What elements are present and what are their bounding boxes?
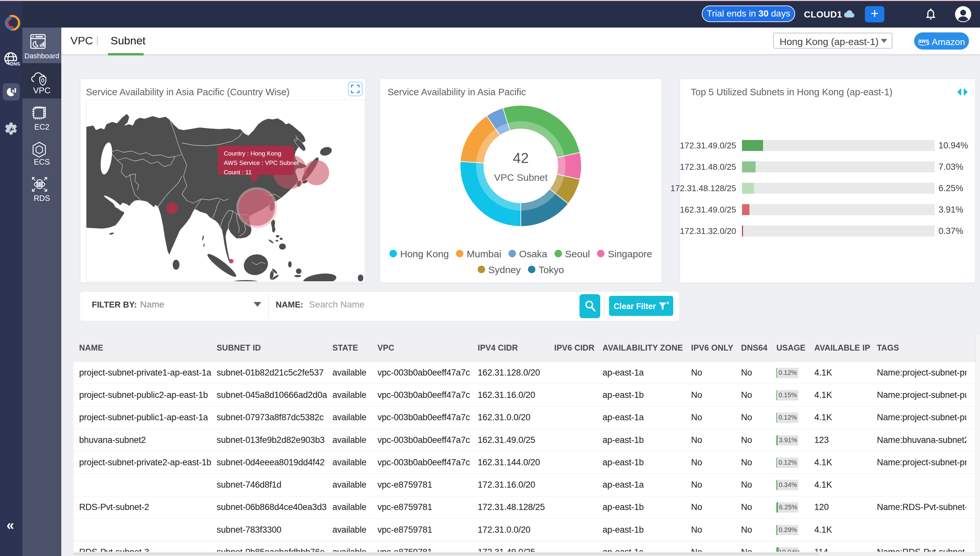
svg-text:x: x xyxy=(666,300,669,305)
svg-text:Country : Hong Kong: Country : Hong Kong xyxy=(224,150,281,157)
svg-text:Count : 11: Count : 11 xyxy=(224,169,252,176)
svg-text:42: 42 xyxy=(513,150,529,166)
svg-text:AWS Service : VPC Subnet: AWS Service : VPC Subnet xyxy=(224,159,299,166)
svg-text:DNS: DNS xyxy=(10,61,20,66)
svg-text:VPC Subnet: VPC Subnet xyxy=(494,172,548,183)
svg-text:aws: aws xyxy=(918,37,929,44)
